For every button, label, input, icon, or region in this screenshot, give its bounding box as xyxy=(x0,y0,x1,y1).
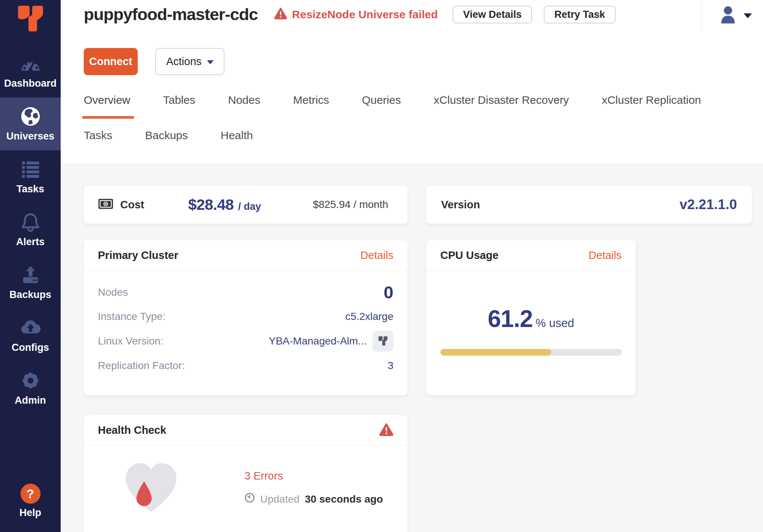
sidebar-item-label: Configs xyxy=(12,342,49,353)
tab-label: Health xyxy=(221,129,253,141)
sidebar-item-universes[interactable]: Universes xyxy=(0,97,61,150)
cost-daily: $28.48 / day xyxy=(188,196,261,214)
tab-label: Tables xyxy=(163,94,195,106)
tab-xcluster-disaster-recovery[interactable]: xCluster Disaster Recovery xyxy=(434,94,569,106)
sidebar-item-help[interactable]: ? Help xyxy=(0,475,61,527)
heart-health-icon xyxy=(122,459,181,516)
actions-dropdown[interactable]: Actions xyxy=(155,48,224,75)
replication-factor-label: Replication Factor: xyxy=(98,360,185,372)
cost-monthly-value: $825.94 / month xyxy=(313,199,388,211)
sidebar-item-label: Universes xyxy=(6,131,54,142)
sidebar-item-configs[interactable]: Configs xyxy=(0,309,61,362)
sidebar: Dashboard Universes xyxy=(0,0,61,532)
sidebar-item-label: Backups xyxy=(9,289,51,301)
version-label: Version xyxy=(441,199,480,211)
clock-icon xyxy=(245,493,255,506)
updated-value: 30 seconds ago xyxy=(305,493,383,505)
cpu-usage-value: 61.2 xyxy=(488,305,533,333)
cloud-upload-icon xyxy=(20,317,41,339)
tab-label: Overview xyxy=(84,94,130,106)
tab-label: Nodes xyxy=(228,94,261,106)
sidebar-item-admin[interactable]: Admin xyxy=(0,362,61,414)
updated-label: Updated xyxy=(260,493,300,505)
tab-bar-row-1: Overview Tables Nodes Metrics Queries xC… xyxy=(84,94,701,106)
page-title: puppyfood-master-cdc xyxy=(84,5,258,24)
version-value: v2.21.1.0 xyxy=(680,197,737,212)
bell-icon xyxy=(20,211,41,233)
health-warning-triangle-icon xyxy=(379,423,393,438)
primary-cluster-details-link[interactable]: Details xyxy=(360,249,393,262)
question-icon: ? xyxy=(20,484,41,504)
sidebar-item-tasks[interactable]: Tasks xyxy=(0,150,61,203)
health-errors-link[interactable]: 3 Errors xyxy=(245,470,383,482)
primary-cluster-body: Nodes 0 Instance Type: c5.2xlarge Linux … xyxy=(84,271,408,372)
banknote-icon xyxy=(98,198,114,211)
retry-task-button[interactable]: Retry Task xyxy=(544,6,615,23)
yugabyte-logo[interactable] xyxy=(14,4,47,35)
tab-health[interactable]: Health xyxy=(221,129,253,142)
cpu-usage-unit: % used xyxy=(536,317,574,330)
universe-error-banner: ResizeNode Universe failed xyxy=(274,7,438,22)
nodes-value: 0 xyxy=(384,282,393,302)
health-check-body: 3 Errors Updated 30 seconds ago xyxy=(84,446,408,516)
cost-label: Cost xyxy=(120,199,144,211)
tab-label: Metrics xyxy=(293,94,329,106)
version-card: Version v2.21.1.0 xyxy=(426,186,752,224)
instance-type-row: Instance Type: c5.2xlarge xyxy=(98,311,393,323)
actions-label: Actions xyxy=(166,55,201,68)
tab-tables[interactable]: Tables xyxy=(163,94,195,106)
gear-icon xyxy=(20,370,41,391)
error-message: ResizeNode Universe failed xyxy=(292,8,438,21)
linux-version-label: Linux Version: xyxy=(98,335,163,347)
sidebar-item-dashboard[interactable]: Dashboard xyxy=(0,45,61,97)
tab-label: xCluster Replication xyxy=(602,94,701,106)
replication-factor-value: 3 xyxy=(387,360,393,372)
cpu-usage-header: CPU Usage Details xyxy=(426,240,636,271)
sidebar-item-alerts[interactable]: Alerts xyxy=(0,203,61,256)
user-avatar-icon xyxy=(719,6,737,26)
primary-cluster-title: Primary Cluster xyxy=(98,249,178,262)
replication-factor-row: Replication Factor: 3 xyxy=(98,360,393,372)
chevron-down-icon xyxy=(744,13,752,18)
cpu-usage-card: CPU Usage Details 61.2 % used xyxy=(426,240,636,395)
cpu-usage-title: CPU Usage xyxy=(440,249,498,262)
cpu-progress-track xyxy=(440,349,622,356)
cost-card: Cost $28.48 / day $825.94 / month xyxy=(84,186,408,224)
active-tab-underline xyxy=(82,116,134,119)
sidebar-item-label: Alerts xyxy=(16,236,45,248)
tab-backups[interactable]: Backups xyxy=(145,129,188,142)
sidebar-item-label: Admin xyxy=(15,395,46,406)
tab-label: Backups xyxy=(145,129,188,141)
tab-queries[interactable]: Queries xyxy=(362,94,401,106)
yugabyte-image-chip[interactable] xyxy=(373,331,393,352)
health-check-card: Health Check 3 Errors xyxy=(84,415,408,532)
tab-label: Queries xyxy=(362,94,401,106)
warning-triangle-icon xyxy=(274,7,287,22)
tab-tasks[interactable]: Tasks xyxy=(84,129,112,142)
title-row: puppyfood-master-cdc ResizeNode Universe… xyxy=(84,3,752,26)
nodes-row: Nodes 0 xyxy=(98,282,393,302)
sidebar-nav: Dashboard Universes xyxy=(0,45,61,414)
tab-overview[interactable]: Overview xyxy=(84,94,130,106)
sidebar-item-backups[interactable]: Backups xyxy=(0,256,61,309)
linux-version-value-wrap: YBA-Managed-Alm... xyxy=(269,331,393,352)
tab-metrics[interactable]: Metrics xyxy=(293,94,329,106)
tab-xcluster-replication[interactable]: xCluster Replication xyxy=(602,94,701,106)
sidebar-item-label: Help xyxy=(19,507,41,519)
tab-label: xCluster Disaster Recovery xyxy=(434,94,569,106)
health-check-title: Health Check xyxy=(98,424,166,436)
user-menu[interactable] xyxy=(702,0,752,31)
sidebar-item-label: Tasks xyxy=(16,183,44,195)
primary-cluster-header: Primary Cluster Details xyxy=(84,240,408,271)
globe-icon xyxy=(20,106,41,127)
action-buttons-row: Connect Actions xyxy=(84,48,224,75)
tab-nodes[interactable]: Nodes xyxy=(228,94,261,106)
backup-upload-icon xyxy=(20,264,41,286)
cpu-usage-details-link[interactable]: Details xyxy=(588,249,622,262)
view-details-button[interactable]: View Details xyxy=(453,6,532,23)
cpu-progress-fill xyxy=(440,349,552,356)
health-updated-row: Updated 30 seconds ago xyxy=(245,493,383,506)
tab-bar-row-2: Tasks Backups Health xyxy=(84,129,253,142)
primary-cluster-card: Primary Cluster Details Nodes 0 Instance… xyxy=(84,240,408,395)
connect-button[interactable]: Connect xyxy=(84,48,138,75)
